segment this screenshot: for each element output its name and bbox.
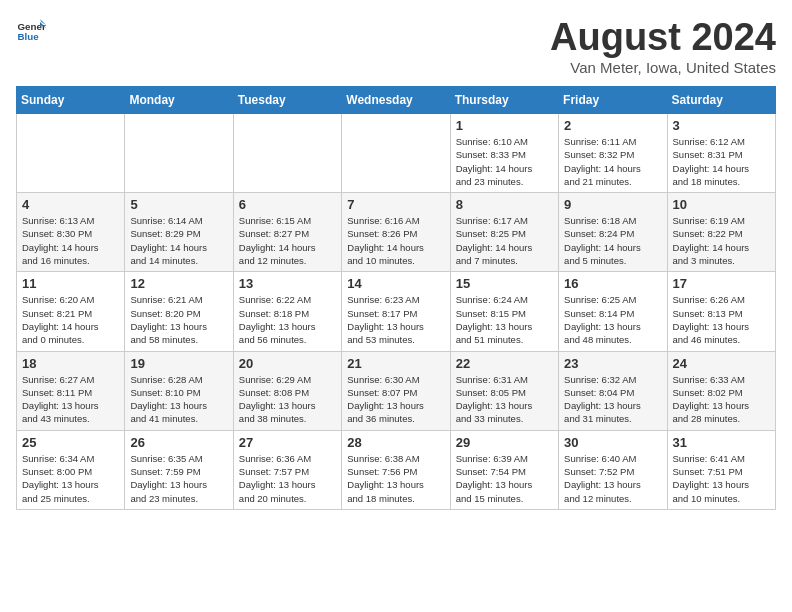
day-number: 11 <box>22 276 119 291</box>
day-info: Sunrise: 6:24 AM Sunset: 8:15 PM Dayligh… <box>456 293 553 346</box>
calendar-day-cell: 19Sunrise: 6:28 AM Sunset: 8:10 PM Dayli… <box>125 351 233 430</box>
calendar-day-cell: 26Sunrise: 6:35 AM Sunset: 7:59 PM Dayli… <box>125 430 233 509</box>
day-number: 3 <box>673 118 770 133</box>
day-number: 2 <box>564 118 661 133</box>
svg-text:Blue: Blue <box>18 31 40 42</box>
day-info: Sunrise: 6:17 AM Sunset: 8:25 PM Dayligh… <box>456 214 553 267</box>
calendar-week-row: 11Sunrise: 6:20 AM Sunset: 8:21 PM Dayli… <box>17 272 776 351</box>
day-info: Sunrise: 6:31 AM Sunset: 8:05 PM Dayligh… <box>456 373 553 426</box>
calendar-table: SundayMondayTuesdayWednesdayThursdayFrid… <box>16 86 776 510</box>
day-info: Sunrise: 6:25 AM Sunset: 8:14 PM Dayligh… <box>564 293 661 346</box>
day-info: Sunrise: 6:38 AM Sunset: 7:56 PM Dayligh… <box>347 452 444 505</box>
day-info: Sunrise: 6:19 AM Sunset: 8:22 PM Dayligh… <box>673 214 770 267</box>
day-number: 16 <box>564 276 661 291</box>
calendar-week-row: 4Sunrise: 6:13 AM Sunset: 8:30 PM Daylig… <box>17 193 776 272</box>
calendar-day-cell <box>233 114 341 193</box>
calendar-day-cell: 31Sunrise: 6:41 AM Sunset: 7:51 PM Dayli… <box>667 430 775 509</box>
calendar-week-row: 25Sunrise: 6:34 AM Sunset: 8:00 PM Dayli… <box>17 430 776 509</box>
weekday-header-tuesday: Tuesday <box>233 87 341 114</box>
day-info: Sunrise: 6:29 AM Sunset: 8:08 PM Dayligh… <box>239 373 336 426</box>
calendar-day-cell: 5Sunrise: 6:14 AM Sunset: 8:29 PM Daylig… <box>125 193 233 272</box>
day-info: Sunrise: 6:13 AM Sunset: 8:30 PM Dayligh… <box>22 214 119 267</box>
calendar-day-cell: 22Sunrise: 6:31 AM Sunset: 8:05 PM Dayli… <box>450 351 558 430</box>
day-number: 31 <box>673 435 770 450</box>
day-info: Sunrise: 6:16 AM Sunset: 8:26 PM Dayligh… <box>347 214 444 267</box>
day-info: Sunrise: 6:35 AM Sunset: 7:59 PM Dayligh… <box>130 452 227 505</box>
calendar-day-cell: 11Sunrise: 6:20 AM Sunset: 8:21 PM Dayli… <box>17 272 125 351</box>
day-number: 9 <box>564 197 661 212</box>
calendar-day-cell: 12Sunrise: 6:21 AM Sunset: 8:20 PM Dayli… <box>125 272 233 351</box>
calendar-day-cell: 1Sunrise: 6:10 AM Sunset: 8:33 PM Daylig… <box>450 114 558 193</box>
logo-icon: General Blue <box>16 16 46 46</box>
day-number: 8 <box>456 197 553 212</box>
day-info: Sunrise: 6:15 AM Sunset: 8:27 PM Dayligh… <box>239 214 336 267</box>
calendar-day-cell: 2Sunrise: 6:11 AM Sunset: 8:32 PM Daylig… <box>559 114 667 193</box>
day-info: Sunrise: 6:28 AM Sunset: 8:10 PM Dayligh… <box>130 373 227 426</box>
calendar-day-cell: 21Sunrise: 6:30 AM Sunset: 8:07 PM Dayli… <box>342 351 450 430</box>
weekday-header-wednesday: Wednesday <box>342 87 450 114</box>
day-info: Sunrise: 6:18 AM Sunset: 8:24 PM Dayligh… <box>564 214 661 267</box>
calendar-day-cell: 8Sunrise: 6:17 AM Sunset: 8:25 PM Daylig… <box>450 193 558 272</box>
day-info: Sunrise: 6:33 AM Sunset: 8:02 PM Dayligh… <box>673 373 770 426</box>
day-number: 15 <box>456 276 553 291</box>
day-number: 14 <box>347 276 444 291</box>
calendar-day-cell: 3Sunrise: 6:12 AM Sunset: 8:31 PM Daylig… <box>667 114 775 193</box>
day-number: 19 <box>130 356 227 371</box>
day-info: Sunrise: 6:23 AM Sunset: 8:17 PM Dayligh… <box>347 293 444 346</box>
calendar-day-cell: 27Sunrise: 6:36 AM Sunset: 7:57 PM Dayli… <box>233 430 341 509</box>
day-info: Sunrise: 6:32 AM Sunset: 8:04 PM Dayligh… <box>564 373 661 426</box>
svg-text:General: General <box>18 21 47 32</box>
calendar-day-cell: 4Sunrise: 6:13 AM Sunset: 8:30 PM Daylig… <box>17 193 125 272</box>
day-info: Sunrise: 6:11 AM Sunset: 8:32 PM Dayligh… <box>564 135 661 188</box>
day-number: 24 <box>673 356 770 371</box>
day-number: 6 <box>239 197 336 212</box>
day-number: 1 <box>456 118 553 133</box>
weekday-header-row: SundayMondayTuesdayWednesdayThursdayFrid… <box>17 87 776 114</box>
day-info: Sunrise: 6:39 AM Sunset: 7:54 PM Dayligh… <box>456 452 553 505</box>
calendar-day-cell <box>125 114 233 193</box>
location-subtitle: Van Meter, Iowa, United States <box>550 59 776 76</box>
title-section: August 2024 Van Meter, Iowa, United Stat… <box>550 16 776 76</box>
day-number: 13 <box>239 276 336 291</box>
weekday-header-thursday: Thursday <box>450 87 558 114</box>
day-number: 17 <box>673 276 770 291</box>
calendar-day-cell: 14Sunrise: 6:23 AM Sunset: 8:17 PM Dayli… <box>342 272 450 351</box>
calendar-day-cell: 7Sunrise: 6:16 AM Sunset: 8:26 PM Daylig… <box>342 193 450 272</box>
day-number: 20 <box>239 356 336 371</box>
day-info: Sunrise: 6:41 AM Sunset: 7:51 PM Dayligh… <box>673 452 770 505</box>
weekday-header-sunday: Sunday <box>17 87 125 114</box>
weekday-header-friday: Friday <box>559 87 667 114</box>
day-info: Sunrise: 6:14 AM Sunset: 8:29 PM Dayligh… <box>130 214 227 267</box>
day-number: 25 <box>22 435 119 450</box>
calendar-day-cell: 13Sunrise: 6:22 AM Sunset: 8:18 PM Dayli… <box>233 272 341 351</box>
calendar-day-cell: 30Sunrise: 6:40 AM Sunset: 7:52 PM Dayli… <box>559 430 667 509</box>
day-number: 21 <box>347 356 444 371</box>
weekday-header-saturday: Saturday <box>667 87 775 114</box>
day-info: Sunrise: 6:34 AM Sunset: 8:00 PM Dayligh… <box>22 452 119 505</box>
day-number: 5 <box>130 197 227 212</box>
day-number: 30 <box>564 435 661 450</box>
calendar-day-cell: 16Sunrise: 6:25 AM Sunset: 8:14 PM Dayli… <box>559 272 667 351</box>
calendar-day-cell: 9Sunrise: 6:18 AM Sunset: 8:24 PM Daylig… <box>559 193 667 272</box>
day-info: Sunrise: 6:12 AM Sunset: 8:31 PM Dayligh… <box>673 135 770 188</box>
day-info: Sunrise: 6:20 AM Sunset: 8:21 PM Dayligh… <box>22 293 119 346</box>
day-info: Sunrise: 6:10 AM Sunset: 8:33 PM Dayligh… <box>456 135 553 188</box>
calendar-day-cell: 29Sunrise: 6:39 AM Sunset: 7:54 PM Dayli… <box>450 430 558 509</box>
day-number: 23 <box>564 356 661 371</box>
day-number: 27 <box>239 435 336 450</box>
page-header: General Blue August 2024 Van Meter, Iowa… <box>16 16 776 76</box>
calendar-day-cell <box>342 114 450 193</box>
day-number: 26 <box>130 435 227 450</box>
calendar-day-cell: 28Sunrise: 6:38 AM Sunset: 7:56 PM Dayli… <box>342 430 450 509</box>
calendar-day-cell <box>17 114 125 193</box>
weekday-header-monday: Monday <box>125 87 233 114</box>
day-info: Sunrise: 6:36 AM Sunset: 7:57 PM Dayligh… <box>239 452 336 505</box>
day-number: 29 <box>456 435 553 450</box>
day-info: Sunrise: 6:27 AM Sunset: 8:11 PM Dayligh… <box>22 373 119 426</box>
calendar-day-cell: 18Sunrise: 6:27 AM Sunset: 8:11 PM Dayli… <box>17 351 125 430</box>
calendar-week-row: 18Sunrise: 6:27 AM Sunset: 8:11 PM Dayli… <box>17 351 776 430</box>
calendar-day-cell: 10Sunrise: 6:19 AM Sunset: 8:22 PM Dayli… <box>667 193 775 272</box>
day-info: Sunrise: 6:30 AM Sunset: 8:07 PM Dayligh… <box>347 373 444 426</box>
calendar-day-cell: 20Sunrise: 6:29 AM Sunset: 8:08 PM Dayli… <box>233 351 341 430</box>
calendar-day-cell: 15Sunrise: 6:24 AM Sunset: 8:15 PM Dayli… <box>450 272 558 351</box>
